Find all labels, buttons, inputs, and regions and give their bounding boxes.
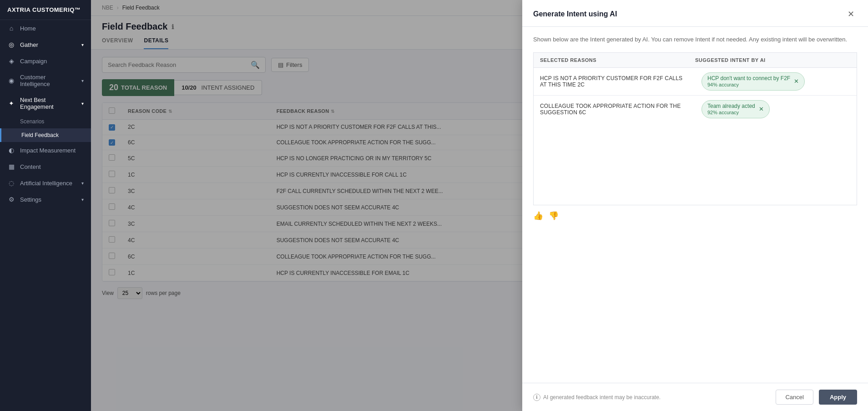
modal-title: Generate Intent using AI	[533, 10, 617, 18]
sidebar-item-label: Home	[20, 25, 84, 32]
sidebar-item-impact-measurement[interactable]: ◐ Impact Measurement	[0, 142, 91, 158]
ai-icon: ◌	[7, 179, 15, 187]
logo-text: AXTRIA CUSTOMERIQ™	[7, 6, 81, 13]
settings-icon: ⚙	[7, 196, 15, 203]
sidebar-item-campaign[interactable]: ◈ Campaign	[0, 53, 91, 69]
intent-tag-text: HCP don't want to connect by F2F94% accu…	[707, 75, 790, 88]
main-content: NBE › Field Feedback Field Feedback ℹ OV…	[91, 0, 868, 411]
cancel-button[interactable]: Cancel	[776, 390, 813, 405]
sidebar-item-home[interactable]: ⌂ Home	[0, 20, 91, 36]
thumbs-down-button[interactable]: 👎	[549, 211, 559, 221]
gather-icon: ◎	[7, 41, 15, 48]
impact-icon: ◐	[7, 147, 15, 154]
selected-reasons-header: SELECTED REASONS	[540, 57, 695, 63]
content-icon: ▦	[7, 163, 15, 170]
modal-description: Shown below are the Intent generated by …	[533, 35, 857, 44]
chevron-down-icon: ▾	[81, 78, 84, 83]
sidebar-item-settings[interactable]: ⚙ Settings ▾	[0, 191, 91, 208]
intent-reason-cell: HCP IS NOT A PRIORITY CUSTOMER FOR F2F C…	[534, 70, 695, 93]
footer-note-text: AI generated feedback intent may be inac…	[543, 394, 661, 401]
intent-row: HCP IS NOT A PRIORITY CUSTOMER FOR F2F C…	[534, 68, 857, 96]
sidebar: AXTRIA CUSTOMERIQ™ ⌂ Home ◎ Gather ▾ ◈ C…	[0, 0, 91, 411]
sidebar-item-label: Impact Measurement	[20, 147, 84, 154]
intent-tag-cell: Team already acted92% accuracy ✕	[695, 96, 857, 123]
modal-close-button[interactable]: ✕	[845, 8, 857, 20]
modal-body: Shown below are the Intent generated by …	[522, 27, 868, 383]
intent-empty-area	[534, 123, 857, 205]
modal-footer: ℹ AI generated feedback intent may be in…	[522, 383, 868, 411]
suggested-intent-header: SUGGESTED INTENT BY AI	[695, 57, 850, 63]
intent-tag-remove-button[interactable]: ✕	[794, 78, 799, 84]
modal-overlay: Generate Intent using AI ✕ Shown below a…	[91, 0, 868, 411]
chevron-down-icon: ▾	[81, 42, 84, 47]
intent-row: COLLEAGUE TOOK APPROPRIATE ACTION FOR TH…	[534, 96, 857, 123]
feedback-icons-bar: 👍 👎	[533, 205, 857, 226]
intent-tag: HCP don't want to connect by F2F94% accu…	[701, 72, 805, 91]
chevron-down-icon: ▾	[81, 181, 84, 186]
home-icon: ⌂	[7, 25, 15, 32]
apply-button[interactable]: Apply	[819, 390, 857, 405]
customer-intelligence-icon: ◉	[7, 77, 15, 84]
sidebar-item-label: Content	[20, 163, 84, 170]
sidebar-sub-item-scenarios[interactable]: Scenarios	[0, 115, 91, 128]
sidebar-item-next-best-engagement[interactable]: ✦ Next Best Engagement ▾	[0, 92, 91, 115]
intent-tag-cell: HCP don't want to connect by F2F94% accu…	[695, 68, 857, 95]
sidebar-item-label: Next Best Engagement	[20, 96, 77, 110]
intent-table: SELECTED REASONS SUGGESTED INTENT BY AI …	[533, 52, 857, 205]
generate-intent-modal: Generate Intent using AI ✕ Shown below a…	[522, 0, 868, 411]
sidebar-logo: AXTRIA CUSTOMERIQ™	[0, 0, 91, 20]
intent-table-header: SELECTED REASONS SUGGESTED INTENT BY AI	[534, 53, 857, 68]
nbe-icon: ✦	[7, 100, 15, 107]
thumbs-up-button[interactable]: 👍	[533, 211, 543, 221]
sidebar-item-label: Gather	[20, 41, 77, 48]
campaign-icon: ◈	[7, 57, 15, 65]
sidebar-sub-item-field-feedback[interactable]: Field Feedback	[0, 128, 91, 142]
intent-rows: HCP IS NOT A PRIORITY CUSTOMER FOR F2F C…	[534, 68, 857, 123]
chevron-down-icon: ▾	[81, 197, 84, 202]
footer-info-icon: ℹ	[533, 394, 540, 401]
sidebar-item-label: Settings	[20, 196, 77, 203]
footer-actions: Cancel Apply	[776, 390, 857, 405]
sidebar-item-gather[interactable]: ◎ Gather ▾	[0, 36, 91, 53]
sidebar-item-content[interactable]: ▦ Content	[0, 158, 91, 175]
intent-tag-remove-button[interactable]: ✕	[759, 106, 764, 112]
intent-tag-text: Team already acted92% accuracy	[707, 103, 755, 116]
intent-reason-cell: COLLEAGUE TOOK APPROPRIATE ACTION FOR TH…	[534, 97, 695, 121]
sidebar-item-artificial-intelligence[interactable]: ◌ Artificial Intelligence ▾	[0, 175, 91, 191]
sidebar-item-label: Artificial Intelligence	[20, 180, 77, 187]
sidebar-item-customer-intelligence[interactable]: ◉ Customer Intelligence ▾	[0, 69, 91, 92]
modal-header: Generate Intent using AI ✕	[522, 0, 868, 27]
chevron-down-icon: ▾	[81, 101, 84, 106]
footer-note: ℹ AI generated feedback intent may be in…	[533, 394, 661, 401]
sidebar-item-label: Campaign	[20, 58, 84, 65]
intent-tag: Team already acted92% accuracy ✕	[701, 100, 770, 118]
sidebar-item-label: Customer Intelligence	[20, 74, 77, 87]
